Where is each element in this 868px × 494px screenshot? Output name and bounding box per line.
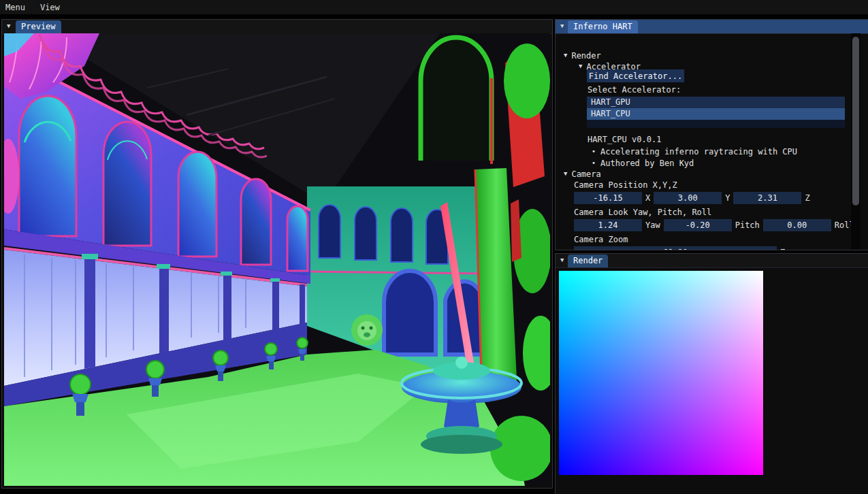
find-accelerator-button[interactable]: Find Accelerator... <box>587 69 684 82</box>
list-item-hart-cpu[interactable]: HART_CPU <box>587 108 845 120</box>
menu-bar: Menu View <box>0 0 868 15</box>
menu-item-view[interactable]: View <box>40 3 60 12</box>
select-accelerator-label: Select Accelerator: <box>588 84 681 96</box>
tree-node-render-label: Render <box>571 51 600 61</box>
accelerator-listbox: HART_GPU HART_CPU <box>587 97 845 128</box>
inspector-window: ▼ Inferno HART ▼ Render ▼ Accelerator Fi… <box>555 19 868 250</box>
inspector-tabbar: ▼ Inferno HART <box>556 20 868 34</box>
camera-pos-z-field[interactable]: 2.31 <box>733 192 801 204</box>
camera-zoom-row: 69.90 Zoom <box>574 246 800 250</box>
render-tabbar: ▼ Render <box>556 254 868 268</box>
bullet-text: Authored by Ben Kyd <box>600 159 694 168</box>
tab-preview[interactable]: Preview <box>16 20 61 33</box>
scrollbar[interactable] <box>851 33 861 250</box>
camera-pos-z-label: Z <box>805 193 809 203</box>
render-viewport[interactable] <box>4 33 550 486</box>
list-item-hart-gpu[interactable]: HART_GPU <box>587 97 845 108</box>
menu-item-menu[interactable]: Menu <box>5 3 25 12</box>
accelerator-version-label: HART_CPU v0.0.1 <box>588 134 661 146</box>
camera-zoom-label: Camera Zoom <box>574 234 628 246</box>
camera-pos-x-label: X <box>645 193 650 203</box>
camera-pos-x-field[interactable]: -16.15 <box>574 192 642 204</box>
camera-roll-label: Roll <box>835 220 851 230</box>
collapse-arrow-icon[interactable]: ▼ <box>7 23 10 29</box>
preview-window: ▼ Preview <box>1 19 553 489</box>
viewport-scene-svg <box>4 33 550 486</box>
tab-inferno-hart[interactable]: Inferno HART <box>568 20 638 33</box>
collapse-arrow-icon[interactable]: ▼ <box>560 257 564 263</box>
camera-zoom-field[interactable]: 69.90 <box>574 246 777 250</box>
tree-node-camera-label: Camera <box>571 169 600 179</box>
render-output-gradient[interactable] <box>559 271 763 475</box>
tab-render[interactable]: Render <box>568 254 608 267</box>
camera-pos-y-field[interactable]: 3.00 <box>654 192 722 204</box>
tree-arrow-icon[interactable]: ▼ <box>579 63 582 69</box>
scrollbar-thumb[interactable] <box>852 37 859 205</box>
camera-pos-y-label: Y <box>725 193 730 203</box>
camera-yaw-field[interactable]: 1.24 <box>574 219 642 231</box>
gradient-green-layer <box>559 271 763 475</box>
camera-look-label: Camera Look Yaw, Pitch, Roll <box>574 207 711 218</box>
camera-yaw-label: Yaw <box>645 220 660 230</box>
camera-position-row: -16.15 X 3.00 Y 2.31 Z <box>574 192 810 204</box>
collapse-arrow-icon[interactable]: ▼ <box>560 23 564 29</box>
render-output-window: ▼ Render <box>555 253 868 494</box>
bullet-icon: • <box>592 159 596 167</box>
tree-arrow-icon[interactable]: ▼ <box>564 52 567 59</box>
inspector-content: ▼ Render ▼ Accelerator Find Accelerator.… <box>556 33 851 250</box>
camera-position-label: Camera Position X,Y,Z <box>574 180 677 191</box>
camera-zoom-field-label: Zoom <box>780 248 800 250</box>
tree-node-camera[interactable]: ▼ Camera <box>564 168 601 180</box>
tree-arrow-icon[interactable]: ▼ <box>564 171 567 177</box>
bullet-item: • Accelerating inferno raytracing with C… <box>592 146 797 157</box>
preview-tabbar: ▼ Preview <box>2 20 552 34</box>
tree-node-render[interactable]: ▼ Render <box>564 50 601 61</box>
camera-look-row: 1.24 Yaw -0.20 Pitch 0.00 Roll <box>574 219 851 231</box>
bullet-icon: • <box>592 148 596 155</box>
camera-pitch-field[interactable]: -0.20 <box>664 219 732 231</box>
bullet-text: Accelerating inferno raytracing with CPU <box>600 147 797 157</box>
camera-pitch-label: Pitch <box>735 220 760 230</box>
camera-roll-field[interactable]: 0.00 <box>763 219 831 231</box>
bullet-item: • Authored by Ben Kyd <box>592 157 694 169</box>
